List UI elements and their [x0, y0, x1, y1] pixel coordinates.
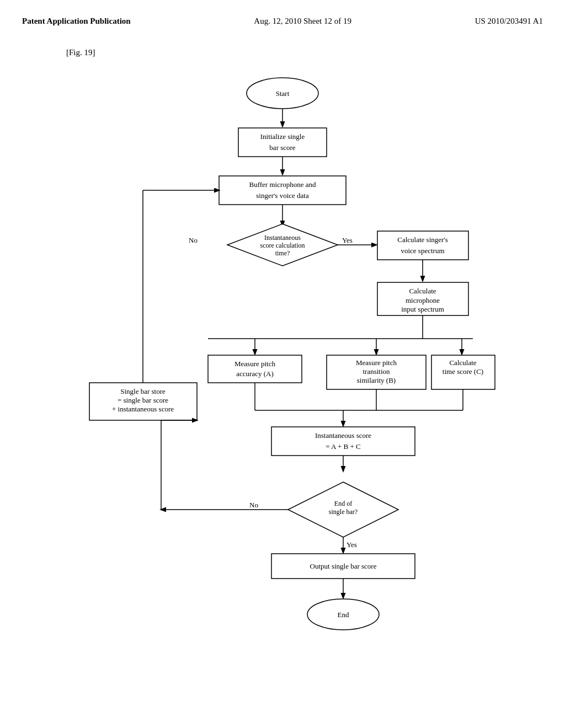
- buffer-label-2: singer's voice data: [256, 191, 309, 200]
- end-label: End: [338, 611, 349, 619]
- single-store-1: Single bar store: [120, 387, 166, 395]
- buffer-label-1: Buffer microphone and: [249, 180, 316, 189]
- inst-score-1: Instantaneous score: [315, 431, 371, 440]
- time-score-2: time score (C): [443, 367, 483, 376]
- init-label-2: bar score: [269, 143, 296, 152]
- start-label: Start: [276, 89, 290, 98]
- output-label: Output single bar score: [310, 562, 377, 570]
- diamond-inst-3: time?: [275, 249, 290, 257]
- single-store-3: + instantaneous score: [112, 405, 174, 413]
- pitch-acc-1: Measure pitch: [234, 360, 276, 368]
- single-store-2: = single bar score: [118, 396, 168, 404]
- pitch-trans-2: transition: [363, 367, 390, 376]
- header-right: US 2010/203491 A1: [475, 17, 543, 26]
- header-center: Aug. 12, 2010 Sheet 12 of 19: [254, 17, 351, 26]
- yes-label-1: Yes: [342, 236, 353, 244]
- calc-voice-1: Calculate singer's: [397, 235, 448, 244]
- flowchart-svg: Start Initialize single bar score Buffer…: [67, 68, 498, 686]
- flowchart: Start Initialize single bar score Buffer…: [67, 68, 498, 686]
- no-label-1: No: [189, 236, 198, 244]
- calc-voice-2: voice spectrum: [401, 247, 444, 255]
- time-score-1: Calculate: [449, 358, 476, 367]
- header: Patent Application Publication Aug. 12, …: [22, 17, 543, 26]
- diamond-inst-1: Instantaneous: [264, 234, 301, 242]
- pitch-trans-1: Measure pitch: [356, 358, 397, 367]
- diamond-end-1: End of: [334, 500, 352, 507]
- calc-mic-3: input spectrum: [401, 305, 444, 313]
- calc-mic-1: Calculate: [409, 287, 436, 295]
- fig-label: [Fig. 19]: [66, 48, 543, 57]
- page: Patent Application Publication Aug. 12, …: [0, 0, 565, 728]
- init-label-1: Initialize single: [260, 132, 305, 141]
- inst-score-2: = A + B + C: [326, 442, 361, 451]
- no-label-2: No: [249, 501, 258, 509]
- pitch-trans-3: similarity (B): [357, 376, 396, 384]
- calc-mic-2: microphone: [406, 296, 440, 304]
- pitch-acc-2: accuracy (A): [236, 370, 273, 378]
- header-left: Patent Application Publication: [22, 17, 131, 26]
- diamond-end-2: single bar?: [329, 508, 358, 516]
- diamond-inst-2: score calculation: [260, 242, 305, 249]
- yes-label-2: Yes: [347, 540, 357, 549]
